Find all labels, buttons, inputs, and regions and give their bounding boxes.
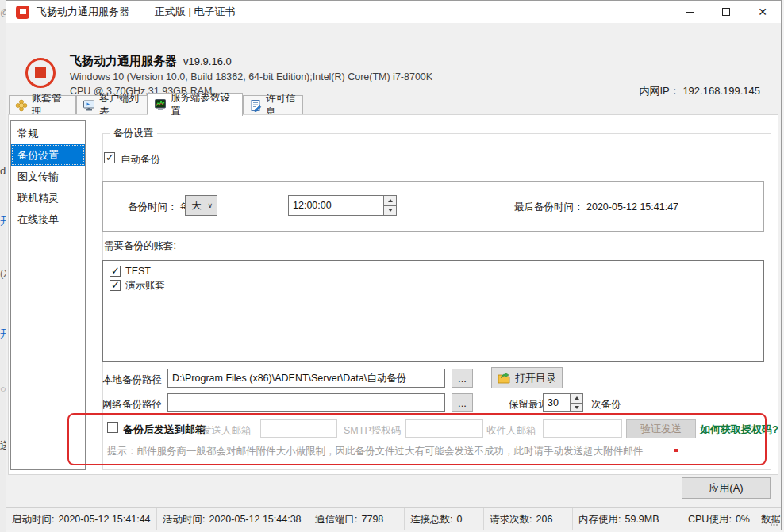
app-window: 飞扬动力通用服务器 正式版 | 电子证书 ✕ 飞扬动力通用服务器v19.9.16… <box>6 0 782 530</box>
maximize-icon <box>722 8 730 16</box>
statusbar: 启动时间:2020-05-12 15:41:44 活动时间:2020-05-12… <box>6 507 781 530</box>
spin-up-button[interactable] <box>383 195 397 206</box>
backup-time-input[interactable] <box>288 195 384 216</box>
auto-backup-checkbox[interactable] <box>104 152 115 163</box>
account-management-icon <box>15 99 28 112</box>
client-list-icon <box>83 99 95 112</box>
keep-count-input[interactable] <box>543 393 571 412</box>
background-fragment: (X <box>0 267 6 279</box>
edition-label: 正式版 | 电子证书 <box>155 5 236 19</box>
sidebar-item-general[interactable]: 常规 <box>11 123 85 144</box>
arrow-down-icon <box>388 209 393 212</box>
receiver-email-input[interactable] <box>543 419 622 438</box>
sender-email-input[interactable] <box>260 419 337 438</box>
close-button[interactable]: ✕ <box>744 1 781 23</box>
background-fragment: 开 <box>0 327 6 341</box>
status-start-time: 启动时间:2020-05-12 15:41:44 <box>6 508 157 530</box>
interval-value: 天 <box>191 198 202 212</box>
spin-down-button[interactable] <box>383 206 397 216</box>
background-fragment: @ <box>0 6 6 18</box>
spin-up-button[interactable] <box>570 393 583 404</box>
open-directory-label: 打开目录 <box>515 371 556 385</box>
status-connections: 连接总数:0 <box>405 508 484 530</box>
chevron-down-icon <box>207 201 213 209</box>
network-path-input[interactable] <box>167 393 445 412</box>
os-info: Windows 10 (Version 10.0, Build 18362, 6… <box>70 71 432 82</box>
arrow-up-icon <box>388 199 393 202</box>
verify-send-button[interactable]: 验证发送 <box>626 419 696 438</box>
settings-category-list: 常规 备份设置 图文传输 联机精灵 在线接单 <box>10 120 86 470</box>
status-port: 通信端口:7798 <box>309 508 405 530</box>
titlebar[interactable]: 飞扬动力通用服务器 正式版 | 电子证书 ✕ <box>6 1 781 23</box>
send-email-checkbox[interactable] <box>107 422 118 433</box>
lan-ip: 内网IP： 192.168.199.145 <box>639 84 760 98</box>
license-info-icon <box>249 99 262 112</box>
interval-dropdown[interactable]: 天 <box>185 195 217 216</box>
tab-account-management[interactable]: 账套管理 <box>9 95 76 115</box>
send-email-label: 备份后发送到邮箱 <box>123 423 206 437</box>
account-checkbox[interactable] <box>110 280 121 291</box>
tab-client-list[interactable]: 客户端列表 <box>76 95 148 115</box>
window-title: 飞扬动力通用服务器 <box>37 5 129 19</box>
header: 飞扬动力通用服务器v19.9.16.0 Windows 10 (Version … <box>6 23 781 90</box>
tab-license-info[interactable]: 许可信息 <box>243 95 303 115</box>
group-title: 备份设置 <box>110 127 157 140</box>
account-label: TEST <box>125 266 151 277</box>
local-path-browse-button[interactable]: ... <box>452 369 473 388</box>
arrow-up-icon <box>575 396 579 400</box>
open-directory-button[interactable]: 打开目录 <box>491 367 563 388</box>
apply-button[interactable]: 应用(A) <box>682 477 771 499</box>
sidebar-item-online-wizard[interactable]: 联机精灵 <box>11 187 85 209</box>
receiver-email-label: 收件人邮箱 <box>486 424 536 438</box>
server-settings-icon <box>154 98 167 111</box>
status-requests: 请求次数:206 <box>484 508 573 530</box>
smtp-code-input[interactable] <box>405 419 483 438</box>
annotation-dot <box>674 449 678 452</box>
status-memory: 内存使用:59.9MB <box>573 508 682 530</box>
account-checkbox[interactable] <box>110 266 121 277</box>
open-folder-icon <box>498 372 510 384</box>
network-path-browse-button[interactable]: ... <box>452 393 473 412</box>
header-title: 飞扬动力通用服务器v19.9.16.0 <box>70 54 232 69</box>
keep-suffix-label: 次备份 <box>591 398 621 411</box>
sidebar-item-image-transfer[interactable]: 图文传输 <box>11 166 85 187</box>
resize-grip[interactable] <box>771 519 778 526</box>
tab-label: 服务端参数设置 <box>171 91 236 118</box>
background-fragment: ○ <box>0 383 6 395</box>
time-spinner <box>383 195 397 216</box>
sender-email-label: 发送人邮箱 <box>202 424 252 438</box>
account-item[interactable]: TEST <box>110 264 763 278</box>
background-fragment: 送 <box>0 438 6 453</box>
lan-ip-label: 内网IP： <box>639 85 679 97</box>
tab-server-settings[interactable]: 服务端参数设置 <box>148 93 243 116</box>
app-logo-icon <box>16 6 29 19</box>
backup-time-label: 备份时间： 每 <box>128 201 190 214</box>
accounts-label: 需要备份的账套: <box>104 239 176 253</box>
account-item[interactable]: 演示账套 <box>110 278 763 293</box>
last-backup-time: 最后备份时间： 2020-05-12 15:41:47 <box>514 201 678 214</box>
auto-backup-label: 自动备份 <box>121 153 160 166</box>
close-icon: ✕ <box>758 6 767 17</box>
maximize-button[interactable] <box>708 1 744 23</box>
minimize-icon <box>686 12 694 13</box>
status-active-time: 活动时间:2020-05-12 15:44:38 <box>157 508 309 530</box>
background-fragment: 开 <box>0 214 6 228</box>
network-path-label: 网络备份路径 <box>102 398 162 411</box>
account-label: 演示账套 <box>125 279 165 293</box>
local-path-label: 本地备份路径 <box>102 373 162 387</box>
app-version: v19.9.16.0 <box>183 55 232 67</box>
status-cpu: CPU使用:0% <box>682 508 755 530</box>
keep-count-spinner <box>570 393 583 412</box>
spin-down-button[interactable] <box>570 404 583 413</box>
local-path-input[interactable] <box>167 369 445 388</box>
sidebar-item-backup[interactable]: 备份设置 <box>11 144 85 166</box>
lan-ip-value: 192.168.199.145 <box>682 85 760 97</box>
email-hint: 提示：邮件服务商一般都会对邮件附件大小做限制，因此备份文件过大有可能会发送不成功… <box>107 445 643 458</box>
minimize-button[interactable] <box>671 1 708 23</box>
smtp-code-label: SMTP授权码 <box>344 424 401 438</box>
how-to-get-auth-code-link[interactable]: 如何获取授权码? <box>700 423 778 437</box>
background-window-edge: @ d 开 (X 开 ○ 送 <box>0 0 6 532</box>
brand-logo-icon <box>25 58 56 88</box>
sidebar-item-online-orders[interactable]: 在线接单 <box>11 209 85 230</box>
accounts-listbox: TEST 演示账套 <box>102 260 764 362</box>
